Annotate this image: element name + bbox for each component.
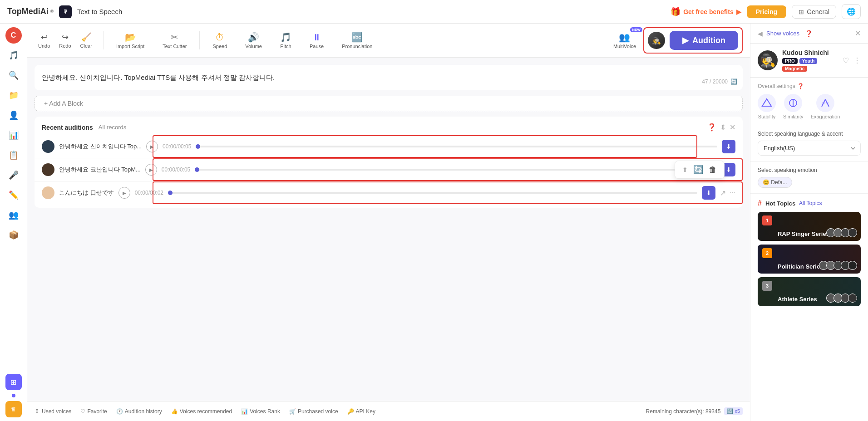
add-block-button[interactable]: + Add A Block bbox=[35, 96, 743, 111]
sidebar-bottom: ⊞ ♛ bbox=[5, 374, 22, 417]
api-key-btn[interactable]: 🔑 API Key bbox=[347, 408, 375, 415]
speed-button[interactable]: ⏱ Speed bbox=[207, 30, 232, 51]
pronunciation-button[interactable]: 🔤 Pronunciation bbox=[336, 30, 378, 51]
sidebar-item-tts[interactable]: 🎵 bbox=[5, 47, 22, 64]
logo-text: TopMediAi bbox=[7, 7, 49, 16]
toolbar-right: NEW 👥 MultiVoice 🕵 ▶ Audition bbox=[610, 27, 743, 54]
user-avatar[interactable]: C bbox=[5, 27, 22, 44]
close-recent-icon[interactable]: ✕ bbox=[730, 123, 735, 132]
pitch-button[interactable]: 🎵 Pitch bbox=[275, 30, 297, 51]
settings-icons: Stability Similarity bbox=[758, 94, 861, 119]
sidebar-item-edit[interactable]: ✏️ bbox=[5, 187, 22, 203]
close-panel-button[interactable]: ✕ bbox=[855, 29, 861, 38]
ellipsis-icon-3[interactable]: ··· bbox=[730, 189, 735, 197]
play-btn-3[interactable]: ▶ bbox=[118, 187, 130, 199]
share-icon-3[interactable]: ↗ bbox=[720, 189, 726, 197]
purchased-voice-btn[interactable]: 🛒 Purchased voice bbox=[289, 408, 338, 415]
voices-recommended-btn[interactable]: 👍 Voices recommended bbox=[171, 408, 232, 415]
help-icon[interactable]: ❓ bbox=[707, 123, 716, 132]
audition-list: 안녕하세요 신이치입니다 Top... ▶ 00:00/00:05 ⬇ ⬆ bbox=[35, 132, 743, 208]
topic-rank-2: 2 bbox=[762, 248, 772, 258]
rank-icon: 📊 bbox=[241, 408, 248, 415]
tag-pro: PRO bbox=[782, 58, 798, 64]
progress-bar-1[interactable] bbox=[196, 146, 717, 147]
used-voices-btn[interactable]: 🎙 Used voices bbox=[35, 408, 71, 415]
audition-item: 안녕하세요 신이치입니다 Top... ▶ 00:00/00:05 ⬇ bbox=[35, 135, 743, 158]
volume-button[interactable]: 🔊 Volume bbox=[240, 30, 267, 51]
key-icon: 🔑 bbox=[347, 408, 354, 415]
favorite-voice-icon[interactable]: ♡ bbox=[843, 56, 849, 65]
general-button[interactable]: ⊞ General bbox=[792, 5, 836, 19]
import-script-button[interactable]: 📂 Import Script bbox=[111, 30, 150, 51]
pause-button[interactable]: ⏸ Pause bbox=[304, 30, 329, 51]
back-icon[interactable]: ◀ bbox=[758, 30, 763, 37]
multivoice-button[interactable]: NEW 👥 MultiVoice bbox=[610, 30, 640, 51]
sidebar-item-chart[interactable]: 📊 bbox=[5, 127, 22, 143]
progress-bar-3[interactable] bbox=[168, 192, 697, 194]
topic-avatars-2 bbox=[821, 261, 857, 270]
audition-text-3: こんにちは 口せです bbox=[59, 189, 114, 197]
sidebar-item-folder[interactable]: 📁 bbox=[5, 87, 22, 103]
progress-dot-3 bbox=[168, 191, 173, 195]
sidebar-item-mic[interactable]: 🎤 bbox=[5, 167, 22, 183]
voice-more-icon[interactable]: ⋮ bbox=[853, 56, 861, 65]
audition-button[interactable]: ▶ Audition bbox=[670, 31, 738, 50]
exaggeration-setting[interactable]: Exaggeration bbox=[811, 94, 840, 119]
speed-icon: ⏱ bbox=[215, 32, 224, 43]
refresh-popup-icon[interactable]: 🔄 bbox=[693, 165, 703, 175]
import-icon: 📂 bbox=[125, 32, 136, 43]
language-button[interactable]: 🌐 bbox=[842, 4, 861, 19]
sidebar-item-box[interactable]: 📦 bbox=[5, 227, 22, 243]
refresh-icon[interactable]: 🔄 bbox=[730, 78, 737, 85]
topic-card-3[interactable]: 3 Athlete Series bbox=[758, 277, 861, 306]
sidebar-item-person[interactable]: 👤 bbox=[5, 107, 22, 123]
all-records-button[interactable]: All records bbox=[99, 124, 126, 131]
emotion-label: Select speaking emotion bbox=[758, 167, 861, 173]
progress-bar-2[interactable] bbox=[195, 169, 717, 171]
volume-icon: 🔊 bbox=[248, 32, 259, 43]
sidebar-purple-box[interactable]: ⊞ bbox=[5, 374, 22, 390]
exaggeration-icon bbox=[816, 94, 834, 112]
center-content: ↩ Undo ↪ Redo 🧹 Clear 📂 Import Script ✂ bbox=[27, 24, 750, 421]
language-select[interactable]: English(US) bbox=[758, 141, 861, 156]
stability-setting[interactable]: Stability bbox=[758, 94, 776, 119]
sidebar-item-users[interactable]: 👥 bbox=[5, 207, 22, 223]
play-btn-2[interactable]: ▶ bbox=[145, 164, 157, 176]
audition-history-btn[interactable]: 🕐 Audition history bbox=[116, 408, 162, 415]
download-btn-1[interactable]: ⬇ bbox=[722, 140, 735, 153]
free-benefits-btn[interactable]: 🎁 Get free benefits ▶ bbox=[671, 7, 741, 17]
show-voices-link[interactable]: Show voices bbox=[766, 30, 799, 37]
text-block: 안녕하세요. 신이치입니다. TopMediai TTS를 사용해 주셔서 정말… bbox=[35, 65, 743, 90]
topic-card-2[interactable]: 2 Politician Series bbox=[758, 245, 861, 274]
sidebar-crown-btn[interactable]: ♛ bbox=[5, 401, 22, 417]
undo-icon: ↩ bbox=[41, 32, 48, 42]
clear-button[interactable]: 🧹 Clear bbox=[77, 30, 96, 50]
settings-help-icon[interactable]: ❓ bbox=[797, 83, 804, 89]
help-voices-icon[interactable]: ❓ bbox=[805, 30, 813, 37]
selected-voice-avatar[interactable]: 🕵 bbox=[648, 32, 665, 49]
expand-icon[interactable]: ⇕ bbox=[720, 123, 726, 132]
topic-card-1[interactable]: 1 RAP Singer Series bbox=[758, 212, 861, 241]
download-btn-3[interactable]: ⬇ bbox=[702, 186, 715, 200]
voices-rank-btn[interactable]: 📊 Voices Rank bbox=[241, 408, 280, 415]
progress-dot-1 bbox=[196, 144, 200, 149]
right-panel-header: ◀ Show voices ❓ ✕ bbox=[750, 24, 868, 44]
right-panel: ◀ Show voices ❓ ✕ 🕵 Kudou Shinichi PRO Y… bbox=[750, 24, 868, 421]
tag-youth: Youth bbox=[799, 58, 818, 64]
redo-button[interactable]: ↪ Redo bbox=[55, 30, 74, 50]
emotion-selector[interactable]: 😊 Defa... bbox=[758, 177, 792, 188]
text-content[interactable]: 안녕하세요. 신이치입니다. TopMediai TTS를 사용해 주셔서 정말… bbox=[42, 72, 735, 83]
similarity-setting[interactable]: Similarity bbox=[783, 94, 804, 119]
undo-button[interactable]: ↩ Undo bbox=[35, 30, 54, 50]
pricing-button[interactable]: Pricing bbox=[747, 5, 786, 18]
play-btn-1[interactable]: ▶ bbox=[146, 141, 158, 152]
favorite-btn[interactable]: ♡ Favorite bbox=[80, 408, 107, 415]
sidebar-item-list[interactable]: 📋 bbox=[5, 147, 22, 163]
delete-popup-icon[interactable]: 🗑 bbox=[709, 165, 717, 175]
language-label: Select speaking language & accent bbox=[758, 131, 861, 137]
all-topics-link[interactable]: All Topics bbox=[799, 200, 822, 206]
text-cutter-button[interactable]: ✂ Text Cutter bbox=[157, 30, 192, 51]
audition-text-2: 안녕하세요 코난입니다 TopM... bbox=[59, 166, 141, 174]
sidebar-item-search[interactable]: 🔍 bbox=[5, 67, 22, 83]
topic-rank-3: 3 bbox=[762, 281, 772, 291]
